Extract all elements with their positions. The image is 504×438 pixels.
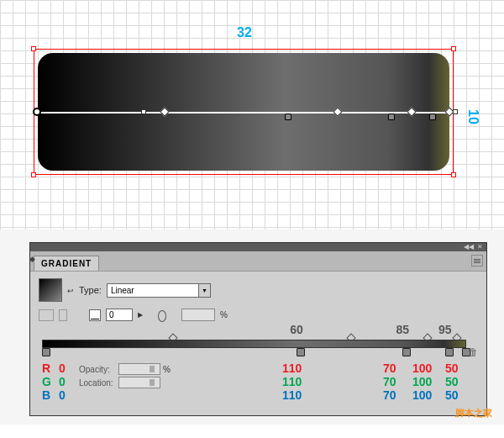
color-stop[interactable] (402, 348, 411, 356)
width-measure: 32 (237, 25, 252, 40)
rgb-values-stop4: 50 50 50 (445, 361, 459, 402)
color-stop[interactable] (297, 348, 305, 356)
rgb-readout: R G B 0 0 0 Opacity: % Location (39, 361, 478, 405)
rgb-channel-labels: R G B (42, 361, 55, 405)
label-b: B (42, 388, 55, 402)
gradient-slider[interactable]: 60 85 95 🗑 (42, 325, 466, 358)
val-g: 0 (59, 375, 66, 388)
trash-icon[interactable]: 🗑 (468, 346, 478, 358)
rgb-values-stop3: 100 100 100 (412, 361, 432, 402)
val-g: 70 (383, 375, 396, 388)
chevron-down-icon[interactable]: ▼ (199, 283, 211, 298)
val-g: 50 (445, 375, 459, 388)
panel-container: ◀◀ ✕ ◆ GRADIENT ↩ Type: ▼ (0, 230, 504, 425)
collapse-icon[interactable]: ◀◀ (464, 244, 474, 251)
stroke-gradient-icon[interactable] (39, 309, 54, 321)
aspect-ratio-icon (158, 310, 176, 320)
type-row: ↩ Type: ▼ (39, 278, 478, 302)
color-stop[interactable] (445, 348, 454, 356)
type-label: Type: (79, 285, 102, 295)
val-g: 100 (412, 375, 432, 388)
gradient-panel: ◀◀ ✕ ◆ GRADIENT ↩ Type: ▼ (29, 242, 487, 416)
type-input[interactable] (107, 283, 199, 298)
reverse-gradient-icon[interactable] (59, 309, 67, 321)
gradient-stop[interactable] (285, 113, 291, 120)
panel-titlebar[interactable]: ◀◀ ✕ (30, 243, 486, 251)
gradient-stop[interactable] (429, 113, 436, 120)
type-dropdown[interactable]: ▼ (107, 283, 211, 298)
val-b: 0 (59, 388, 66, 402)
rgb-values-stop1: 110 110 110 (282, 361, 302, 402)
val-r: 100 (412, 361, 432, 375)
val-b: 110 (282, 388, 302, 402)
gradient-bar[interactable] (42, 340, 466, 348)
options-row: ▶ % (39, 309, 478, 321)
panel-body: ↩ Type: ▼ ▶ % 60 85 (30, 272, 486, 415)
angle-input[interactable] (106, 309, 133, 321)
tab-gradient[interactable]: GRADIENT (34, 256, 99, 271)
color-stop[interactable] (42, 348, 50, 356)
val-b: 70 (383, 388, 396, 402)
rgb-values-stop2: 70 70 70 (383, 361, 396, 402)
close-icon[interactable]: ✕ (477, 244, 483, 251)
panel-tabs: ◆ GRADIENT (30, 251, 486, 272)
opacity-unit: % (163, 365, 171, 374)
opacity-slider[interactable] (118, 363, 160, 375)
gradient-stop[interactable] (388, 113, 395, 120)
val-r: 70 (383, 361, 396, 375)
val-g: 110 (282, 375, 302, 388)
angle-icon[interactable] (89, 309, 101, 321)
val-r: 110 (282, 361, 302, 375)
stop-location-label: 95 (438, 323, 452, 336)
resize-handle-bl[interactable] (31, 172, 36, 177)
angle-stepper-icon[interactable]: ▶ (138, 311, 143, 319)
gradient-midpoint[interactable] (141, 109, 146, 114)
val-b: 100 (412, 388, 432, 402)
canvas-grid: 32 10 (0, 0, 504, 230)
label-r: R (42, 361, 55, 375)
stop-location-label: 85 (396, 323, 409, 336)
location-slider[interactable] (118, 377, 160, 388)
panel-menu-icon[interactable] (471, 255, 483, 266)
val-r: 50 (445, 361, 459, 375)
swatch-revert-icon[interactable]: ↩ (67, 287, 74, 293)
height-measure: 10 (465, 109, 480, 124)
opacity-label: Opacity: (79, 365, 116, 374)
opacity-location-group: Opacity: % Location: (79, 363, 171, 405)
val-b: 50 (445, 388, 459, 402)
expand-toggle-icon[interactable]: ◆ (29, 255, 35, 263)
resize-handle-br[interactable] (451, 172, 456, 177)
label-g: G (42, 375, 55, 388)
gradient-annotator[interactable] (38, 112, 449, 113)
location-label: Location: (79, 378, 116, 388)
rgb-values-stop0: 0 0 0 (59, 361, 66, 402)
gradient-end-square[interactable] (453, 109, 458, 114)
gradient-start-handle[interactable] (33, 108, 41, 116)
val-r: 0 (59, 361, 66, 375)
stop-location-label: 60 (290, 323, 303, 336)
gradient-swatch[interactable] (39, 278, 62, 302)
resize-handle-tl[interactable] (31, 46, 36, 51)
ratio-unit: % (220, 310, 228, 319)
resize-handle-tr[interactable] (451, 46, 456, 51)
ratio-input[interactable] (181, 309, 215, 321)
